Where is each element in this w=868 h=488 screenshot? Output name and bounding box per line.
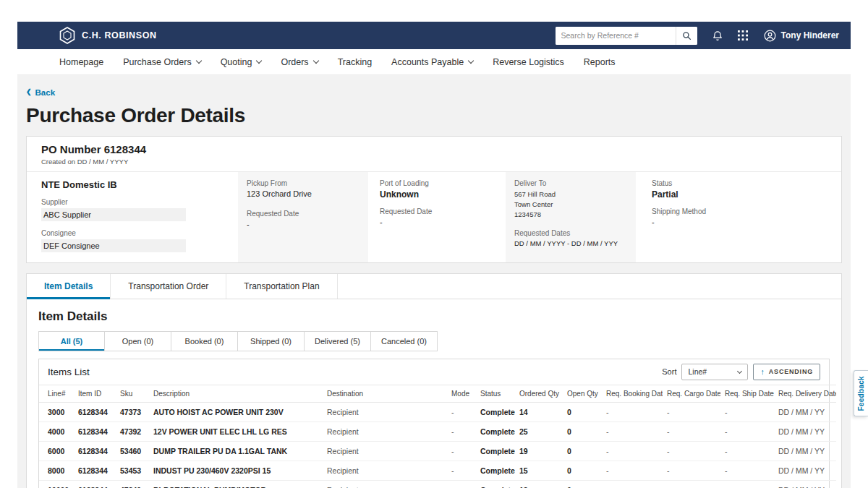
cell-sku: 47392 <box>116 421 149 441</box>
column-header: Item ID <box>74 385 116 402</box>
nav-item-tracking[interactable]: Tracking <box>338 57 372 67</box>
cell-req-cargo-date: - <box>663 421 720 441</box>
cell-destination: Recipient <box>323 402 447 421</box>
cell-destination: Recipient <box>323 461 447 480</box>
nav-label: Purchase Orders <box>123 57 191 67</box>
search-input[interactable] <box>556 27 676 45</box>
sort-select[interactable]: Line# <box>681 364 748 380</box>
nav-item-reports[interactable]: Reports <box>584 57 616 67</box>
sort-direction-label: ASCENDING <box>769 368 813 375</box>
shipping-method-field: Shipping Method - <box>652 207 827 226</box>
cell-req-cargo-date: - <box>663 441 720 461</box>
nav-item-homepage[interactable]: Homepage <box>59 57 103 67</box>
nav-item-orders[interactable]: Orders <box>281 57 318 67</box>
item-details-panel: Item Details All (5) Open (0) Booked (0)… <box>27 299 841 488</box>
sort-direction-button[interactable]: ↑ ASCENDING <box>753 364 820 380</box>
apps-grid-button[interactable] <box>738 30 748 40</box>
user-icon <box>764 30 776 42</box>
filter-all[interactable]: All (5) <box>38 331 105 351</box>
table-row: 10000 6128344 47349 BI-ROTATIONAL PUMP/M… <box>39 480 836 488</box>
items-table-body: 3000 6128344 47373 AUTO HOIST AC POWER U… <box>39 402 836 488</box>
filter-open[interactable]: Open (0) <box>105 331 171 351</box>
supplier-label: Supplier <box>41 198 238 206</box>
column-header: Req. Cargo Date <box>663 385 720 402</box>
po-number: PO Number 6128344 <box>41 143 827 155</box>
filter-delivered[interactable]: Delivered (5) <box>305 331 371 351</box>
cell-line-number: 4000 <box>39 421 74 441</box>
main-content: ❮ Back Purchase Order Details PO Number … <box>17 75 851 488</box>
requested-dates-value: DD / MM / YYYY - DD / MM / YYY <box>514 239 627 247</box>
requested-date-value: - <box>247 220 359 228</box>
cell-line-number: 8000 <box>39 461 74 480</box>
status-column: Status Partial Shipping Method - <box>636 172 827 262</box>
status-value: Partial <box>652 189 827 200</box>
notifications-button[interactable] <box>712 30 723 42</box>
detail-tabs-card: Item Details Transportation Order Transp… <box>26 273 842 488</box>
requested-date-label: Requested Date <box>380 207 506 215</box>
cell-req-cargo-date: - <box>663 461 720 480</box>
tab-transportation-order[interactable]: Transportation Order <box>111 274 226 299</box>
nav-item-accounts-payable[interactable]: Accounts Payable <box>391 57 473 67</box>
user-menu[interactable]: Tony Hinderer <box>764 30 839 42</box>
bell-icon <box>712 30 723 42</box>
cell-open-qty: 0 <box>563 441 602 461</box>
created-label: Created on <box>41 158 75 166</box>
nav-label: Accounts Payable <box>391 57 464 67</box>
requested-dates-field: Requested Dates DD / MM / YYYY - DD / MM… <box>514 229 627 247</box>
nav-item-purchase-orders[interactable]: Purchase Orders <box>123 57 200 67</box>
nav-label: Quoting <box>221 57 252 67</box>
deliver-to-line: 567 Hill Road <box>514 189 627 200</box>
cell-req-ship-date: - <box>720 441 774 461</box>
po-general-column: NTE Domestic IB Supplier ABC Supplier Co… <box>41 172 238 262</box>
search-button[interactable] <box>676 27 697 45</box>
items-list-header: Items List Sort Line# ↑ ASCENDING <box>39 359 829 385</box>
po-created: Created on DD / MM / YYYY <box>41 158 827 166</box>
sort-controls: Sort Line# ↑ ASCENDING <box>662 364 820 380</box>
cell-ordered-qty: 15 <box>515 461 563 480</box>
arrow-up-icon: ↑ <box>760 368 765 376</box>
tab-label: Transportation Order <box>128 281 208 291</box>
column-header: Ordered Qty <box>515 385 563 402</box>
tab-item-details[interactable]: Item Details <box>27 274 111 299</box>
consignee-value: DEF Consignee <box>41 239 186 252</box>
table-header-row: Line# Item ID Sku Description Destinatio… <box>39 385 836 402</box>
cell-mode: - <box>447 480 476 488</box>
created-value: DD / MM / YYYY <box>77 158 129 166</box>
cell-status: Complete <box>476 480 515 488</box>
feedback-tab[interactable]: Feedback <box>854 370 868 416</box>
nav-item-reverse-logistics[interactable]: Reverse Logistics <box>493 57 564 67</box>
port-of-loading-label: Port of Loading <box>380 179 506 187</box>
deliver-to-line: 1234578 <box>514 210 627 220</box>
cell-status: Complete <box>476 441 515 461</box>
shipping-method-value: - <box>652 218 827 226</box>
order-type: NTE Domestic IB <box>41 179 238 190</box>
chevron-down-icon <box>256 58 262 64</box>
tab-label: Item Details <box>44 281 93 291</box>
port-requested-date-field: Requested Date - <box>380 207 506 226</box>
filter-canceled[interactable]: Canceled (0) <box>371 331 438 351</box>
tab-transportation-plan[interactable]: Transportation Plan <box>226 274 337 299</box>
cell-line-number: 3000 <box>39 402 74 421</box>
cell-status: Complete <box>476 402 515 421</box>
nav-item-quoting[interactable]: Quoting <box>221 57 262 67</box>
brand-home-link[interactable]: C.H. ROBINSON <box>59 27 157 44</box>
search-icon <box>682 31 692 40</box>
cell-mode: - <box>447 441 476 461</box>
reference-search-box <box>556 27 697 45</box>
cell-open-qty: 0 <box>563 480 602 488</box>
cell-open-qty: 0 <box>563 402 602 421</box>
deliver-to-line: Town Center <box>514 200 627 210</box>
back-link[interactable]: ❮ Back <box>26 88 55 97</box>
tab-label: Transportation Plan <box>244 281 319 291</box>
cell-ordered-qty: 25 <box>515 421 563 441</box>
filter-shipped[interactable]: Shipped (0) <box>238 331 305 351</box>
filter-booked[interactable]: Booked (0) <box>171 331 238 351</box>
application-frame: C.H. ROBINSON Tony Hinderer <box>17 22 851 488</box>
cell-status: Complete <box>476 421 515 441</box>
table-row: 6000 6128344 53460 DUMP TRAILER PU DA 1.… <box>39 441 836 461</box>
pickup-from-value: 123 Orchard Drive <box>247 189 359 198</box>
port-of-loading-field: Port of Loading Unknown <box>380 179 506 200</box>
cell-line-number: 6000 <box>39 441 74 461</box>
column-header: Line# <box>39 385 74 402</box>
cell-mode: - <box>447 402 476 421</box>
